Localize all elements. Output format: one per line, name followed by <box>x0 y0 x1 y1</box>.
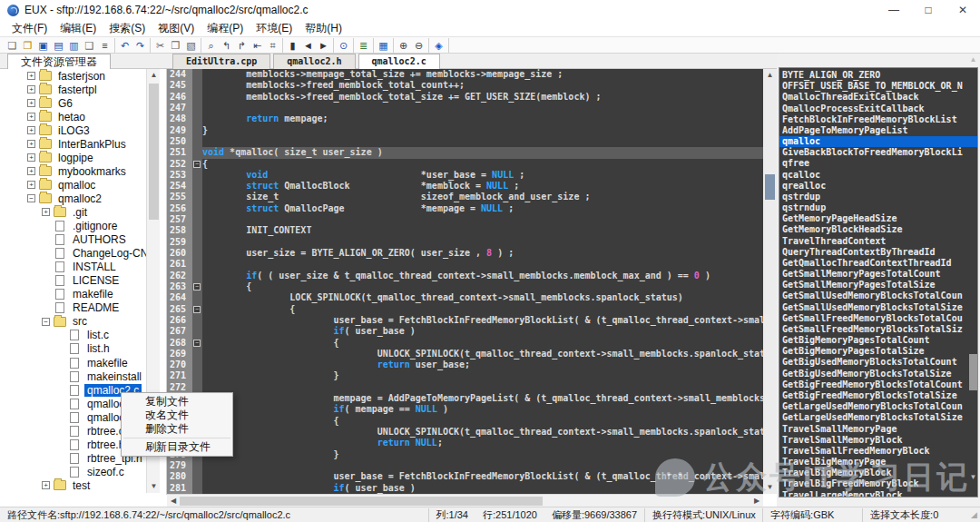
tree-item-authors[interactable]: AUTHORS <box>0 233 166 247</box>
code-line-275[interactable]: 275 { <box>167 416 763 427</box>
function-list-item-getbigfreedmemoryblockstotalsize[interactable]: GetBigFreedMemoryBlocksTotalSize <box>779 390 977 401</box>
expand-icon[interactable]: + <box>42 208 50 216</box>
bookmark-next-icon[interactable]: ► <box>316 38 331 53</box>
menu-view[interactable]: 视图(V) <box>152 21 201 36</box>
expand-icon[interactable]: + <box>27 153 35 162</box>
editor-scroll-down-icon[interactable]: ▼ <box>763 481 777 494</box>
function-list-item-qcalloc[interactable]: qcalloc <box>779 170 977 181</box>
zoom-out-icon[interactable]: ⊖ <box>411 38 426 53</box>
function-list-scrollbar[interactable]: ▲ ▼ <box>967 54 979 483</box>
code-editor[interactable]: 244 memblocks->mempage_total_size += mem… <box>167 69 763 494</box>
save-icon[interactable]: ▣ <box>35 38 51 53</box>
expand-icon[interactable]: + <box>27 99 35 107</box>
find-prev-icon[interactable]: ↰ <box>219 38 234 53</box>
editor-scroll-right-icon[interactable]: ▶ <box>750 495 763 507</box>
expand-icon[interactable]: + <box>27 85 35 94</box>
menu-program[interactable]: 编程(P) <box>201 21 250 36</box>
code-line-277[interactable]: 277 return NULL; <box>167 438 763 448</box>
code-line-245[interactable]: 245 memblocks->freed_memblock_total_coun… <box>167 80 763 91</box>
explorer-scroll-up-icon[interactable]: ▲ <box>147 69 161 82</box>
editor-vscroll-thumb[interactable] <box>765 174 775 200</box>
tree-item-interbankplus[interactable]: +InterBankPlus <box>0 137 166 151</box>
function-list-scroll-up-icon[interactable]: ▲ <box>967 54 979 65</box>
function-list-item-getsmallmemorypagestotalcount[interactable]: GetSmallMemoryPagesTotalCount <box>779 269 977 280</box>
fold-collapse-icon[interactable]: − <box>193 340 201 347</box>
code-line-250[interactable]: 250 <box>167 136 763 147</box>
function-list-item-travellargememoryblock[interactable]: TravelLargeMemoryBlock <box>779 490 977 497</box>
tree-item-list-c[interactable]: list.c <box>0 329 166 342</box>
function-list-item-qmallocthreadexitcallback[interactable]: QmallocThreadExitCallback <box>779 92 977 103</box>
code-line-280[interactable]: 280 user_base = FetchBlockInFreedMemoryB… <box>167 471 763 482</box>
function-list-item-travelbigmemoryblock[interactable]: TravelBigMemoryBlock <box>779 468 977 478</box>
function-list-item-qrealloc[interactable]: qrealloc <box>779 181 977 192</box>
function-list-item-travelsmallmemoryblock[interactable]: TravelSmallMemoryBlock <box>779 435 977 446</box>
function-list-item-getsmallfreedmemoryblockstotalcou[interactable]: GetSmallFreedMemoryBlocksTotalCou <box>779 313 977 324</box>
function-list-item-getmemoryblockheadsize[interactable]: GetMemoryBlockHeadSize <box>779 224 977 235</box>
explorer-scroll-thumb[interactable] <box>149 84 159 220</box>
open-file-icon[interactable]: ❐ <box>20 38 35 53</box>
tree-item--gitignore[interactable]: .gitignore <box>0 220 166 233</box>
code-line-278[interactable]: 278 } <box>167 449 763 460</box>
tree-item-mybookmarks[interactable]: +mybookmarks <box>0 164 166 178</box>
code-line-272[interactable]: 272 <box>167 382 763 393</box>
tree-item-ilog3[interactable]: +iLOG3 <box>0 123 166 137</box>
tree-item-fasterjson[interactable]: +fasterjson <box>0 69 166 83</box>
function-list-item-fetchblockinfreedmemoryblocklist[interactable]: FetchBlockInFreedMemoryBlockList <box>779 114 977 125</box>
code-line-253[interactable]: 253 void *user_base = NULL ; <box>167 170 763 181</box>
function-list-item-qmalloc[interactable]: qmalloc <box>779 136 977 147</box>
editor-scroll-left-icon[interactable]: ◀ <box>167 495 180 507</box>
code-line-268[interactable]: 268− { <box>167 338 763 349</box>
context-menu-copy-file[interactable]: 复制文件 <box>122 395 232 409</box>
collapse-icon[interactable]: − <box>42 318 50 326</box>
function-list-item-getlargeusedmemoryblockstotalcoun[interactable]: GetLargeUsedMemoryBlocksTotalCoun <box>779 401 977 412</box>
close-button[interactable]: ✕ <box>946 0 980 20</box>
tree-item-changelog-cn[interactable]: ChangeLog-CN <box>0 247 166 261</box>
tree-item-test[interactable]: +test <box>0 478 166 492</box>
code-line-267[interactable]: 267 if( user_base ) <box>167 326 763 337</box>
code-line-263[interactable]: 263− { <box>167 281 763 292</box>
bookmark-prev-icon[interactable]: ◄ <box>300 38 316 53</box>
redo-icon[interactable]: ↷ <box>132 38 148 53</box>
code-line-255[interactable]: 255 size_t sizeof_memblock_and_user_size… <box>167 192 763 202</box>
code-line-281[interactable]: 281 if( user_base ) <box>167 483 763 494</box>
settings-icon[interactable]: ◈ <box>431 38 446 53</box>
fold-collapse-icon[interactable]: − <box>193 161 201 168</box>
zoom-in-icon[interactable]: ⊕ <box>396 38 411 53</box>
code-line-246[interactable]: 246 memblocks->freed_memblock_total_size… <box>167 92 763 103</box>
editor-tab-editultra-cpp[interactable]: EditUltra.cpp <box>172 54 270 69</box>
function-list-item-getbigmemorypagestotalsize[interactable]: GetBigMemoryPagesTotalSize <box>779 346 977 357</box>
function-list-icon[interactable]: ≣ <box>356 38 371 53</box>
code-line-269[interactable]: 269 UNLOCK_SPINLOCK(t_qmalloc_thread_con… <box>167 349 763 359</box>
function-list-item-travelsmallmemorypage[interactable]: TravelSmallMemoryPage <box>779 424 977 435</box>
function-list-item-travelbigfreedmemoryblock[interactable]: TravelBigFreedMemoryBlock <box>779 478 977 489</box>
bookmark-toggle-icon[interactable]: ▮ <box>285 38 300 53</box>
function-list-item-addpagetomemorypagelist[interactable]: AddPageToMemoryPageList <box>779 125 977 136</box>
menu-help[interactable]: 帮助(H) <box>299 21 348 36</box>
find-next-icon[interactable]: ↱ <box>234 38 250 53</box>
tree-item-src[interactable]: −src <box>0 315 166 329</box>
code-line-264[interactable]: 264 LOCK_SPINLOCK(t_qmalloc_thread_conte… <box>167 292 763 303</box>
find-icon[interactable]: ⌕ <box>203 38 219 53</box>
code-line-249[interactable]: 249} <box>167 125 763 136</box>
menu-search[interactable]: 搜索(S) <box>103 21 152 36</box>
tree-item-install[interactable]: INSTALL <box>0 261 166 274</box>
function-list-item-getbigmemorypagestotalcount[interactable]: GetBigMemoryPagesTotalCount <box>779 335 977 346</box>
code-line-276[interactable]: 276 UNLOCK_SPINLOCK(t_qmalloc_thread_con… <box>167 427 763 438</box>
function-list-item-getlargeusedmemoryblockstotalsize[interactable]: GetLargeUsedMemoryBlocksTotalSize <box>779 412 977 423</box>
function-list-item-getbigusedmemoryblockstotalsize[interactable]: GetBigUsedMemoryBlocksTotalSize <box>779 369 977 379</box>
code-line-257[interactable]: 257 <box>167 214 763 225</box>
code-line-244[interactable]: 244 memblocks->mempage_total_size += mem… <box>167 69 763 80</box>
code-line-273[interactable]: 273 mempage = AddPageToMemoryPageList( &… <box>167 393 763 404</box>
function-list-item-getsmallusedmemoryblockstotalsize[interactable]: GetSmallUsedMemoryBlocksTotalSize <box>779 302 977 313</box>
code-line-270[interactable]: 270 return user_base; <box>167 359 763 370</box>
code-line-247[interactable]: 247 <box>167 103 763 113</box>
editor-tab-qmalloc2-c[interactable]: qmalloc2.c <box>358 54 440 69</box>
function-list-scroll-down-icon[interactable]: ▼ <box>967 472 979 483</box>
cut-icon[interactable]: ✂ <box>152 38 168 53</box>
explorer-panel-tab[interactable]: 文件资源管理器 <box>7 54 111 69</box>
tree-item-makefile[interactable]: makefile <box>0 356 166 369</box>
context-menu-rename-file[interactable]: 改名文件 <box>122 409 232 422</box>
function-list-scroll-thumb[interactable] <box>969 354 977 390</box>
code-line-262[interactable]: 262 if( ( user_size & t_qmalloc_thread_c… <box>167 271 763 281</box>
function-list-item-travelbigmemorypage[interactable]: TravelBigMemoryPage <box>779 457 977 468</box>
